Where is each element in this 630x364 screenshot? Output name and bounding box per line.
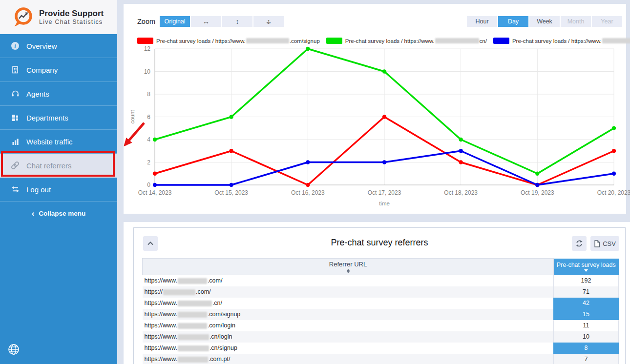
chevron-up-icon	[147, 241, 154, 246]
headset-icon	[10, 90, 20, 98]
survey-loads-cell: 71	[554, 286, 619, 298]
svg-text:Oct 20, 2023: Oct 20, 2023	[597, 189, 630, 196]
table-row: https://www..com/signup15	[143, 309, 619, 320]
legend-item: Pre-chat survey loads / https://www..cn/…	[493, 38, 630, 44]
sidebar-item-log-out[interactable]: Log out	[0, 178, 117, 202]
csv-label: CSV	[603, 240, 616, 247]
sidebar-item-label: Company	[26, 66, 58, 74]
brand-text: Provide Support Live Chat Statistics	[39, 9, 104, 25]
svg-text:10: 10	[144, 68, 151, 75]
data-point	[229, 149, 233, 153]
bar-chart-icon	[10, 138, 20, 145]
legend-swatch	[493, 38, 509, 44]
column-header-label: Pre-chat survey loads	[557, 262, 616, 268]
legend-swatch	[326, 38, 342, 44]
referrer-url-cell: https://www..cn/signup	[143, 343, 554, 354]
svg-text:6: 6	[147, 114, 150, 121]
legend-item: Pre-chat survey loads / https://www.cn/	[326, 38, 487, 44]
referrer-url-cell: https://.com/	[143, 286, 554, 298]
column-header-referrer-url[interactable]: Referrer URL	[143, 259, 554, 275]
language-globe-icon[interactable]	[7, 344, 20, 356]
referrer-url-cell: https://www..com/login	[143, 320, 554, 331]
redacted-text	[178, 301, 212, 306]
table-row: https://www..cn/42	[143, 298, 619, 309]
data-point	[535, 172, 539, 176]
zoom-label: Zoom	[137, 18, 155, 25]
zoom-both-button[interactable]: ↔ ↕	[253, 16, 284, 27]
referrer-url-cell: https://www..cn/login	[143, 331, 554, 343]
info-icon: i	[10, 42, 20, 50]
period-year-button[interactable]: Year	[592, 16, 622, 27]
sidebar-item-label: Agents	[26, 90, 49, 98]
survey-loads-cell: 10	[554, 331, 619, 343]
data-point	[229, 183, 233, 187]
chart-plot-area[interactable]: 024681012Oct 14, 2023Oct 15, 2023Oct 16,…	[124, 45, 630, 213]
survey-loads-cell: 7	[554, 354, 619, 364]
data-point	[459, 138, 462, 142]
pre-chat-survey-referrers-panel: Pre-chat survey referrers CSV	[133, 227, 626, 364]
svg-text:Oct 15, 2023: Oct 15, 2023	[214, 189, 248, 196]
redacted-text	[602, 38, 630, 43]
svg-text:4: 4	[147, 136, 150, 143]
sidebar-item-agents[interactable]: Agents	[0, 82, 117, 106]
redacted-text	[246, 38, 289, 43]
data-point	[153, 138, 157, 142]
svg-text:Oct 14, 2023: Oct 14, 2023	[138, 189, 172, 196]
table-row: https://www..com/login11	[143, 320, 619, 331]
sidebar-item-website-traffic[interactable]: Website traffic	[0, 130, 117, 154]
svg-text:8: 8	[147, 91, 150, 98]
data-point	[459, 149, 462, 153]
collapse-menu-label: Collapse menu	[39, 210, 85, 217]
sidebar-item-company[interactable]: Company	[0, 58, 117, 82]
survey-loads-cell: 42	[554, 298, 619, 309]
horizontal-arrow-icon: ↔	[203, 18, 210, 25]
table-row: https://www..com.pt/7	[143, 354, 619, 364]
sidebar-item-chat-referrers[interactable]: Chat referrers	[0, 154, 117, 178]
referrer-url-cell: https://www..com/signup	[143, 309, 554, 320]
period-hour-button[interactable]: Hour	[467, 16, 497, 27]
sidebar-item-departments[interactable]: Departments	[0, 106, 117, 130]
brand-subtitle: Live Chat Statistics	[39, 19, 104, 25]
collapse-panel-button[interactable]	[143, 236, 158, 251]
period-month-button[interactable]: Month	[561, 16, 591, 27]
provide-support-logo-icon	[12, 6, 34, 28]
collapse-menu-button[interactable]: ‹ Collapse menu	[0, 202, 117, 225]
referrer-url-cell: https://www..cn/	[143, 298, 554, 309]
data-point	[459, 160, 462, 164]
period-day-button[interactable]: Day	[498, 16, 528, 27]
survey-loads-cell: 11	[554, 320, 619, 331]
zoom-original-button[interactable]: Original	[160, 16, 190, 27]
log-out-arrows-icon	[10, 185, 20, 193]
period-week-button[interactable]: Week	[529, 16, 560, 27]
redacted-text	[178, 345, 209, 351]
file-icon	[594, 240, 600, 247]
vertical-arrow-icon: ↕	[236, 18, 239, 25]
data-point	[612, 172, 616, 176]
chart-legend: Pre-chat survey loads / https://www..com…	[137, 38, 630, 44]
zoom-horizontal-button[interactable]: ↔	[191, 16, 221, 27]
svg-text:2: 2	[147, 159, 150, 166]
legend-swatch	[137, 38, 153, 44]
departments-grid-icon	[10, 114, 20, 121]
chart-card: Zoom Original ↔ ↕ ↔ ↕ Hour Day Week Mont…	[124, 4, 626, 214]
survey-loads-cell: 15	[554, 309, 619, 320]
data-point	[306, 160, 310, 164]
referrers-table: Referrer URL Pre-chat survey loads htt	[142, 258, 619, 364]
column-header-survey-loads[interactable]: Pre-chat survey loads	[554, 259, 619, 275]
sidebar-item-overview[interactable]: i Overview	[0, 34, 117, 58]
table-row: https://www..cn/login10	[143, 331, 619, 343]
sidebar-item-label: Log out	[26, 185, 51, 194]
refresh-button[interactable]	[572, 236, 587, 251]
svg-text:Oct 19, 2023: Oct 19, 2023	[521, 189, 554, 196]
zoom-vertical-button[interactable]: ↕	[222, 16, 252, 27]
survey-loads-cell: 192	[554, 275, 619, 286]
data-point	[229, 115, 233, 119]
referrer-url-cell: https://www..com/	[143, 275, 554, 286]
data-point	[153, 172, 157, 176]
redacted-text	[163, 289, 195, 295]
sidebar-item-label: Overview	[26, 42, 57, 50]
export-csv-button[interactable]: CSV	[590, 236, 619, 251]
data-point	[612, 149, 616, 153]
chevron-left-icon: ‹	[32, 209, 35, 218]
data-point	[612, 126, 616, 130]
